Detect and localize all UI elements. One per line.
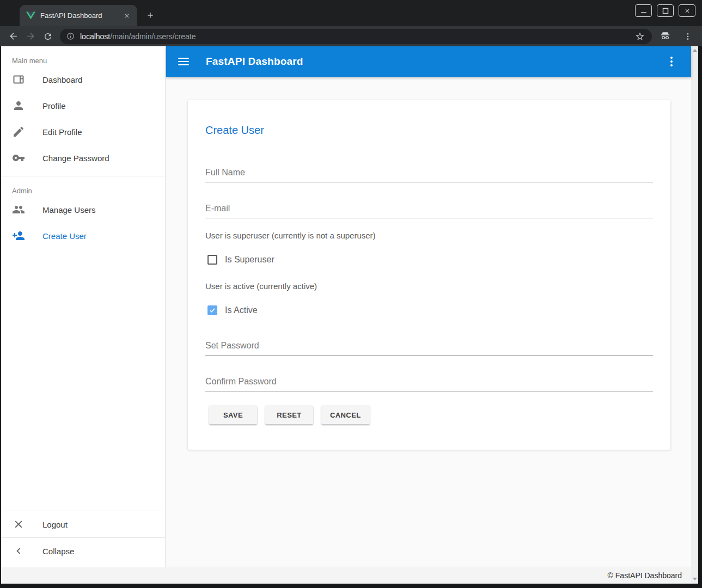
email-underline — [205, 213, 653, 218]
window-close-button[interactable] — [679, 4, 695, 17]
person-add-icon — [12, 229, 25, 242]
sidebar-item-label: Create User — [42, 231, 87, 241]
page-viewport: Main menu Dashboard Profile Edit Profile… — [1, 46, 698, 584]
sidebar-item-profile[interactable]: Profile — [1, 93, 165, 119]
is-active-row: Is Active — [205, 305, 653, 315]
hamburger-menu-icon[interactable] — [170, 48, 197, 75]
bookmark-star-icon[interactable] — [631, 28, 649, 45]
set-password-field[interactable]: Set Password — [205, 341, 653, 356]
appbar-title: FastAPI Dashboard — [206, 56, 303, 68]
sidebar-section-admin: Admin — [1, 176, 165, 197]
group-icon — [12, 203, 25, 216]
incognito-icon — [656, 28, 674, 45]
set-password-label: Set Password — [205, 341, 653, 351]
close-icon — [12, 518, 25, 531]
sidebar-item-label: Change Password — [42, 154, 109, 163]
reset-button[interactable]: RESET — [265, 406, 313, 424]
reload-icon[interactable] — [39, 28, 57, 45]
page-title: Create User — [205, 100, 653, 137]
confirm-password-label: Confirm Password — [205, 377, 653, 387]
sidebar-item-label: Dashboard — [42, 75, 82, 84]
window-maximize-button[interactable] — [657, 4, 674, 17]
email-label: E-mail — [205, 204, 653, 213]
appbar-kebab-menu-icon[interactable] — [661, 51, 682, 72]
window-minimize-button[interactable] — [635, 4, 652, 17]
page-footer: © FastAPI Dashboard — [1, 567, 691, 584]
pencil-icon — [12, 125, 25, 138]
sidebar-item-label: Collapse — [42, 547, 74, 556]
sidebar-item-change-password[interactable]: Change Password — [1, 145, 165, 171]
sidebar-item-collapse[interactable]: Collapse — [1, 538, 165, 564]
superuser-hint: User is superuser (currently is not a su… — [205, 231, 653, 240]
sidebar-item-label: Manage Users — [42, 205, 96, 215]
is-active-label: Is Active — [225, 305, 258, 315]
page-scrollbar[interactable] — [691, 46, 698, 584]
form-buttons: SAVE RESET CANCEL — [209, 406, 653, 424]
forward-icon[interactable] — [22, 28, 39, 45]
main-content: FastAPI Dashboard Create User Full Name … — [166, 46, 691, 567]
sidebar-item-label: Logout — [42, 520, 68, 529]
tab-close-icon[interactable] — [122, 11, 132, 21]
chevron-left-icon — [12, 544, 25, 558]
sidebar: Main menu Dashboard Profile Edit Profile… — [1, 46, 166, 567]
browser-toolbar: localhost/main/admin/users/create — [0, 26, 702, 46]
url-bar[interactable]: localhost/main/admin/users/create — [60, 29, 652, 44]
sidebar-item-edit-profile[interactable]: Edit Profile — [1, 119, 165, 145]
key-icon — [12, 151, 25, 164]
scrollbar-up-arrow[interactable] — [691, 46, 698, 54]
sidebar-item-label: Profile — [42, 101, 66, 111]
browser-titlebar: FastAPI Dashboard — [0, 0, 702, 26]
confirm-password-field[interactable]: Confirm Password — [205, 377, 653, 391]
url-text: localhost/main/admin/users/create — [80, 32, 631, 41]
tab-title: FastAPI Dashboard — [40, 11, 117, 20]
full-name-field[interactable]: Full Name — [205, 168, 653, 182]
browser-menu-icon[interactable] — [679, 28, 697, 45]
full-name-underline — [205, 177, 653, 182]
set-password-underline — [205, 351, 653, 356]
scrollbar-down-arrow[interactable] — [691, 575, 698, 583]
sidebar-item-label: Edit Profile — [42, 127, 82, 137]
window-controls — [635, 4, 695, 17]
sidebar-item-create-user[interactable]: Create User — [1, 223, 165, 249]
active-hint: User is active (currently active) — [205, 281, 653, 291]
sidebar-item-logout[interactable]: Logout — [1, 511, 165, 537]
footer-copyright: © FastAPI Dashboard — [608, 571, 682, 580]
sidebar-section-main-menu: Main menu — [1, 46, 165, 66]
is-superuser-label: Is Superuser — [225, 255, 274, 265]
appbar: FastAPI Dashboard — [166, 46, 691, 77]
save-button[interactable]: SAVE — [209, 406, 257, 424]
create-user-card: Create User Full Name E-mail User is sup… — [188, 100, 670, 450]
person-icon — [12, 99, 25, 112]
cancel-button[interactable]: CANCEL — [321, 406, 370, 424]
sidebar-item-manage-users[interactable]: Manage Users — [1, 197, 165, 223]
full-name-label: Full Name — [205, 168, 653, 177]
is-superuser-row: Is Superuser — [205, 255, 653, 265]
is-active-checkbox[interactable] — [207, 305, 217, 315]
vue-favicon — [26, 11, 35, 20]
new-tab-button[interactable] — [143, 8, 158, 23]
dashboard-icon — [12, 73, 25, 86]
is-superuser-checkbox[interactable] — [207, 255, 217, 265]
confirm-password-underline — [205, 387, 653, 391]
browser-tab[interactable]: FastAPI Dashboard — [20, 5, 137, 26]
email-field[interactable]: E-mail — [205, 204, 653, 218]
sidebar-item-dashboard[interactable]: Dashboard — [1, 66, 165, 93]
page-info-icon[interactable] — [66, 32, 75, 40]
back-icon[interactable] — [4, 28, 22, 45]
